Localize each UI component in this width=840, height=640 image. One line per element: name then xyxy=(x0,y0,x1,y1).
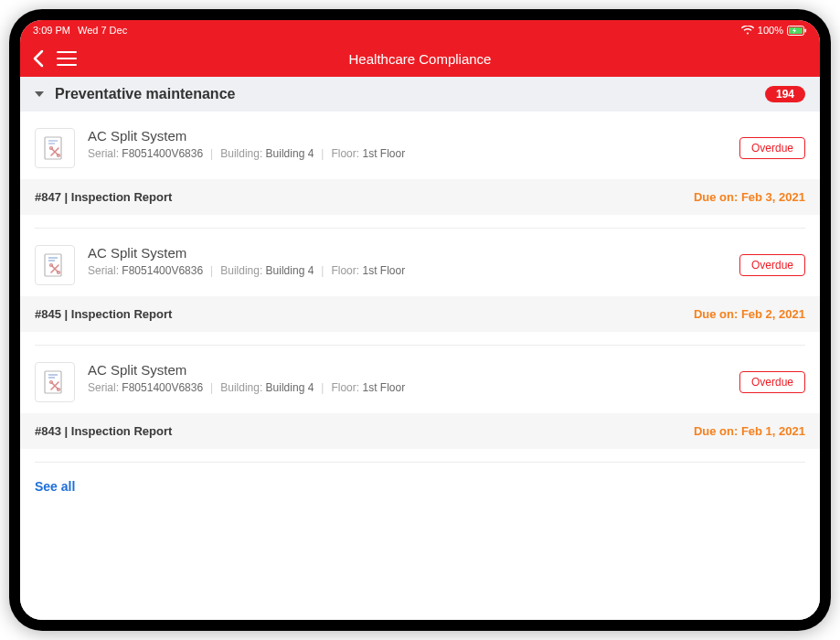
page-title: Healthcare Compliance xyxy=(349,51,492,67)
asset-icon xyxy=(35,362,75,402)
wifi-icon xyxy=(741,26,754,35)
report-id: #845 | Inspection Report xyxy=(35,307,172,321)
status-date: Wed 7 Dec xyxy=(78,25,127,36)
report-bar[interactable]: #843 | Inspection Report Due on: Feb 1, … xyxy=(20,413,820,449)
content-area[interactable]: Preventative maintenance 194 AC Split Sy… xyxy=(20,77,820,620)
item-meta: Serial: F8051400V6836 | Building: Buildi… xyxy=(88,264,727,277)
section-title: Preventative maintenance xyxy=(55,86,754,102)
svg-rect-2 xyxy=(805,28,807,32)
battery-icon xyxy=(787,26,807,36)
section-header[interactable]: Preventative maintenance 194 xyxy=(20,77,820,112)
screen: 3:09 PM Wed 7 Dec 100% xyxy=(20,20,820,620)
back-button[interactable] xyxy=(31,49,44,68)
list-item[interactable]: AC Split System Serial: F8051400V6836 | … xyxy=(20,346,820,463)
due-date: Due on: Feb 3, 2021 xyxy=(694,190,805,204)
asset-icon xyxy=(35,128,75,168)
status-battery: 100% xyxy=(758,25,783,36)
status-badge: Overdue xyxy=(739,254,805,276)
chevron-down-icon xyxy=(35,91,44,97)
report-bar[interactable]: #845 | Inspection Report Due on: Feb 2, … xyxy=(20,296,820,332)
see-all-link[interactable]: See all xyxy=(20,463,90,516)
due-date: Due on: Feb 1, 2021 xyxy=(694,424,805,438)
item-title: AC Split System xyxy=(88,128,727,144)
report-bar[interactable]: #847 | Inspection Report Due on: Feb 3, … xyxy=(20,179,820,215)
status-bar: 3:09 PM Wed 7 Dec 100% xyxy=(20,20,820,40)
list-item[interactable]: AC Split System Serial: F8051400V6836 | … xyxy=(20,112,820,229)
status-badge: Overdue xyxy=(739,371,805,393)
report-id: #843 | Inspection Report xyxy=(35,424,172,438)
status-badge: Overdue xyxy=(739,137,805,159)
item-meta: Serial: F8051400V6836 | Building: Buildi… xyxy=(88,147,727,160)
item-meta: Serial: F8051400V6836 | Building: Buildi… xyxy=(88,381,727,394)
item-title: AC Split System xyxy=(88,245,727,261)
menu-button[interactable] xyxy=(57,51,77,66)
tablet-frame: 3:09 PM Wed 7 Dec 100% xyxy=(9,9,831,631)
count-badge: 194 xyxy=(765,86,805,102)
report-id: #847 | Inspection Report xyxy=(35,190,172,204)
asset-icon xyxy=(35,245,75,285)
item-title: AC Split System xyxy=(88,362,727,378)
due-date: Due on: Feb 2, 2021 xyxy=(694,307,805,321)
list-item[interactable]: AC Split System Serial: F8051400V6836 | … xyxy=(20,229,820,346)
nav-bar: Healthcare Compliance xyxy=(20,40,820,77)
status-time: 3:09 PM xyxy=(33,25,70,36)
divider xyxy=(35,462,805,463)
